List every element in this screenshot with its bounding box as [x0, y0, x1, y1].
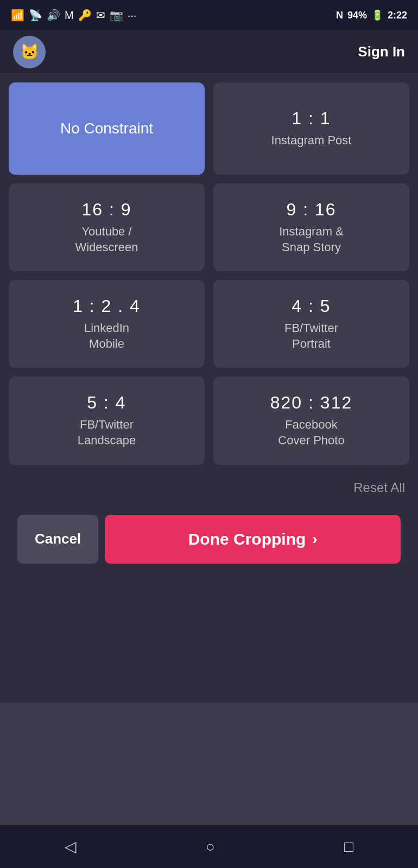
done-label: Done Cropping — [188, 530, 306, 548]
crop-tile-1x2.4[interactable]: 1 : 2 . 4 LinkedIn Mobile — [9, 280, 205, 368]
battery-percent: 94% — [347, 10, 367, 21]
label-5x4: FB/Twitter Landscape — [78, 417, 136, 448]
key-icon: 🔑 — [78, 9, 92, 22]
crop-tile-4x5[interactable]: 4 : 5 FB/Twitter Portrait — [213, 280, 409, 368]
status-right: N 94% 🔋 2:22 — [336, 9, 407, 21]
crop-tile-9x16[interactable]: 9 : 16 Instagram & Snap Story — [213, 183, 409, 271]
bottom-actions: Cancel Done Cropping › — [9, 506, 409, 572]
ratio-16x9: 16 : 9 — [81, 200, 131, 220]
nfc-icon: N — [336, 10, 343, 21]
done-cropping-button[interactable]: Done Cropping › — [105, 515, 401, 564]
mail2-icon: ✉ — [96, 9, 105, 22]
crop-grid: No Constraint 1 : 1 Instagram Post 16 : … — [9, 82, 409, 465]
battery-icon: 🔋 — [371, 9, 383, 21]
sign-in-button[interactable]: Sign In — [358, 43, 405, 60]
ratio-5x4: 5 : 4 — [87, 393, 126, 413]
label-820x312: Facebook Cover Photo — [278, 417, 344, 448]
chevron-right-icon: › — [312, 531, 317, 548]
recents-button[interactable]: □ — [335, 829, 362, 864]
ratio-9x16: 9 : 16 — [286, 200, 336, 220]
mail-icon: M — [65, 9, 74, 22]
wifi-icon: 📡 — [29, 9, 42, 22]
label-16x9: Youtube / Widescreen — [75, 224, 138, 255]
ratio-1x2.4: 1 : 2 . 4 — [73, 296, 141, 316]
ratio-1x1: 1 : 1 — [292, 108, 331, 129]
crop-tile-no-constraint[interactable]: No Constraint — [9, 82, 205, 175]
home-button[interactable]: ○ — [197, 829, 224, 864]
cancel-button[interactable]: Cancel — [17, 515, 98, 564]
status-bar: 📶 📡 🔊 M 🔑 ✉ 📷 ··· N 94% 🔋 2:22 — [0, 0, 418, 30]
instagram-icon: 📷 — [110, 9, 123, 22]
reset-row: Reset All — [9, 474, 409, 506]
label-1x2.4: LinkedIn Mobile — [84, 321, 129, 352]
back-button[interactable]: ◁ — [56, 829, 85, 864]
nav-bar: ◁ ○ □ — [0, 825, 418, 868]
crop-tile-1x1[interactable]: 1 : 1 Instagram Post — [213, 82, 409, 175]
crop-tile-16x9[interactable]: 16 : 9 Youtube / Widescreen — [9, 183, 205, 271]
header: 🐱 Sign In — [0, 30, 418, 74]
reset-all-button[interactable]: Reset All — [353, 480, 405, 495]
crop-tile-820x312[interactable]: 820 : 312 Facebook Cover Photo — [213, 376, 409, 464]
volume-icon: 🔊 — [47, 9, 60, 22]
extra-space — [0, 703, 418, 825]
dots-icon: ··· — [128, 9, 137, 22]
clock: 2:22 — [388, 10, 407, 21]
signal-icon: 📶 — [11, 9, 24, 22]
label-4x5: FB/Twitter Portrait — [284, 321, 338, 352]
ratio-4x5: 4 : 5 — [292, 296, 331, 316]
avatar-emoji: 🐱 — [20, 43, 39, 61]
no-constraint-label: No Constraint — [60, 119, 153, 138]
status-left: 📶 📡 🔊 M 🔑 ✉ 📷 ··· — [11, 9, 136, 22]
crop-tile-5x4[interactable]: 5 : 4 FB/Twitter Landscape — [9, 376, 205, 464]
ratio-820x312: 820 : 312 — [270, 393, 352, 413]
avatar: 🐱 — [13, 36, 46, 68]
main-content: No Constraint 1 : 1 Instagram Post 16 : … — [0, 74, 418, 703]
label-1x1: Instagram Post — [271, 133, 352, 149]
label-9x16: Instagram & Snap Story — [279, 224, 344, 255]
